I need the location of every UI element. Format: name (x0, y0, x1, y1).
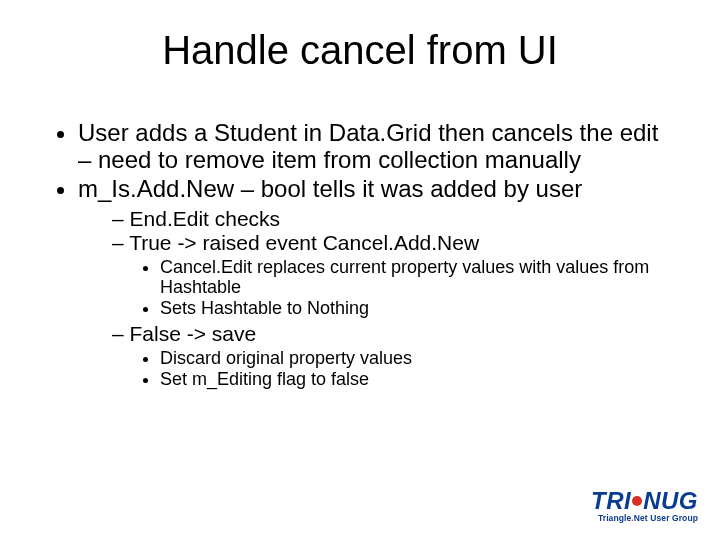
bullet-text: True -> raised event Cancel.Add.New (129, 231, 479, 254)
logo-subtitle: Triangle.Net User Group (591, 514, 698, 523)
logo-sub-right: Net User Group (634, 513, 698, 523)
bullet-list-level-1: User adds a Student in Data.Grid then ca… (54, 120, 666, 389)
bullet-item: False -> save Discard original property … (112, 322, 666, 389)
slide-body: User adds a Student in Data.Grid then ca… (54, 120, 666, 393)
bullet-item: m_Is.Add.New – bool tells it was added b… (78, 176, 666, 389)
trinug-logo: TRINUG Triangle.Net User Group (591, 489, 698, 523)
bullet-list-level-3: Cancel.Edit replaces current property va… (112, 257, 666, 318)
logo-text-tri: TRI (591, 487, 631, 514)
bullet-text: m_Is.Add.New – bool tells it was added b… (78, 175, 582, 202)
bullet-item: Sets Hashtable to Nothing (160, 298, 666, 318)
bullet-list-level-3: Discard original property values Set m_E… (112, 348, 666, 389)
bullet-item: Set m_Editing flag to false (160, 369, 666, 389)
bullet-item: Discard original property values (160, 348, 666, 368)
logo-main-text: TRINUG (591, 489, 698, 513)
bullet-text: False -> save (130, 322, 257, 345)
bullet-list-level-2: End.Edit checks True -> raised event Can… (78, 207, 666, 389)
slide: Handle cancel from UI User adds a Studen… (0, 0, 720, 540)
bullet-item: End.Edit checks (112, 207, 666, 231)
bullet-item: User adds a Student in Data.Grid then ca… (78, 120, 666, 174)
logo-dot-icon (632, 496, 642, 506)
bullet-item: Cancel.Edit replaces current property va… (160, 257, 666, 297)
slide-title: Handle cancel from UI (0, 28, 720, 73)
bullet-item: True -> raised event Cancel.Add.New Canc… (112, 231, 666, 318)
logo-sub-left: Triangle (598, 513, 631, 523)
logo-text-nug: NUG (643, 487, 698, 514)
